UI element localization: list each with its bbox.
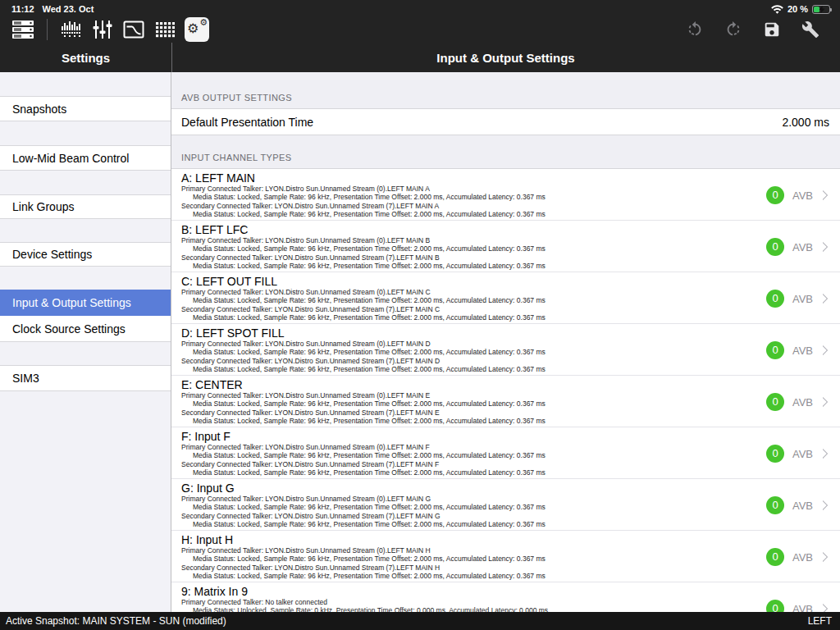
channel-type-label: AVB	[792, 292, 813, 304]
channel-list: A: LEFT MAIN Primary Connected Talker: L…	[171, 168, 840, 612]
channel-detail: Primary Connected Talker: LYON.Distro Su…	[181, 391, 742, 399]
sidebar-item-device-settings[interactable]: Device Settings	[0, 242, 171, 267]
channel-detail: Secondary Connected Talker: LYON.Distro …	[181, 305, 742, 313]
channel-row-c[interactable]: C: LEFT OUT FILL Primary Connected Talke…	[171, 272, 840, 324]
channel-detail: Media Status: Locked, Sample Rate: 96 kH…	[181, 348, 742, 356]
channel-detail: Primary Connected Talker: LYON.Distro Su…	[181, 236, 742, 244]
default-presentation-time-row[interactable]: Default Presentation Time 2.000 ms	[171, 108, 840, 135]
channel-detail: Media Status: Locked, Sample Rate: 96 kH…	[181, 193, 742, 201]
channel-row-f[interactable]: F: Input F Primary Connected Talker: LYO…	[171, 427, 840, 479]
active-snapshot-label: Active Snapshot: MAIN SYSTEM - SUN (modi…	[6, 615, 226, 627]
transfer-curve-icon	[123, 20, 144, 39]
settings-gears-icon: ⚙⚙	[187, 20, 207, 39]
channel-type-label: AVB	[792, 189, 813, 201]
page-title: Input & Output Settings	[171, 43, 840, 72]
channel-detail: Primary Connected Talker: LYON.Distro Su…	[181, 443, 742, 451]
channel-count-badge: 0	[766, 341, 784, 359]
input-output-settings-panel: AVB OUTPUT SETTINGS Default Presentation…	[171, 72, 840, 612]
channel-count-badge: 0	[766, 548, 784, 566]
channel-detail: Media Status: Locked, Sample Rate: 96 kH…	[181, 520, 742, 528]
default-presentation-time-label: Default Presentation Time	[181, 116, 313, 129]
channel-title: F: Input F	[181, 430, 742, 443]
battery-icon	[812, 5, 830, 14]
settings-gears-button[interactable]: ⚙⚙	[185, 17, 209, 42]
wifi-icon	[771, 5, 783, 14]
tools-wrench-button[interactable]	[799, 17, 822, 42]
channel-detail: Secondary Connected Talker: LYON.Distro …	[181, 409, 742, 417]
channel-row-b[interactable]: B: LEFT LFC Primary Connected Talker: LY…	[171, 221, 840, 272]
default-presentation-time-value: 2.000 ms	[782, 116, 829, 129]
channel-title: B: LEFT LFC	[181, 223, 742, 236]
chevron-right-icon	[818, 603, 829, 612]
matrix-grid-button[interactable]	[153, 17, 176, 42]
channel-count-badge: 0	[766, 238, 784, 256]
channel-row-9[interactable]: 9: Matrix In 9 Primary Connected Talker:…	[171, 582, 840, 612]
channel-title: E: CENTER	[181, 378, 742, 391]
channel-count-badge: 0	[766, 600, 784, 613]
chevron-right-icon	[818, 448, 829, 459]
channel-detail: Media Status: Locked, Sample Rate: 96 kH…	[181, 210, 742, 218]
sidebar-spacer	[0, 391, 171, 612]
channel-detail: Media Status: Locked, Sample Rate: 96 kH…	[181, 313, 742, 322]
channel-title: 9: Matrix In 9	[181, 585, 742, 598]
channel-detail: Secondary Connected Talker: LYON.Distro …	[181, 460, 742, 468]
chevron-right-icon	[818, 551, 829, 562]
transfer-curve-button[interactable]	[122, 17, 145, 42]
sidebar-item-sim3[interactable]: SIM3	[0, 365, 171, 391]
save-icon	[763, 21, 781, 39]
spectrum-analyzer-icon	[61, 20, 82, 39]
channel-row-h[interactable]: H: Input H Primary Connected Talker: LYO…	[171, 531, 840, 582]
channel-detail: Media Status: Unlocked, Sample Rate: 0 k…	[181, 606, 742, 612]
chevron-right-icon	[818, 345, 829, 355]
sidebar-spacer	[0, 72, 171, 96]
channel-title: H: Input H	[181, 533, 742, 546]
channel-count-badge: 0	[766, 290, 784, 308]
channel-detail: Media Status: Locked, Sample Rate: 96 kH…	[181, 262, 742, 270]
channel-title: G: Input G	[181, 482, 742, 495]
channel-type-label: AVB	[792, 499, 813, 511]
sidebar-item-snapshots[interactable]: Snapshots	[0, 96, 171, 121]
section-header-input-channel-types: INPUT CHANNEL TYPES	[171, 135, 840, 168]
redo-icon	[724, 21, 742, 39]
matrix-grid-icon	[155, 20, 175, 39]
sidebar-spacer	[0, 171, 171, 194]
sidebar-item-clock-source-settings[interactable]: Clock Source Settings	[0, 316, 171, 342]
channel-detail: Media Status: Locked, Sample Rate: 96 kH…	[181, 296, 742, 304]
battery-percent: 20 %	[788, 4, 808, 14]
sidebar-spacer	[0, 121, 171, 145]
sidebar-item-low-mid-beam-control[interactable]: Low-Mid Beam Control	[0, 145, 171, 171]
toolbar: ⚙⚙	[0, 16, 840, 43]
channel-row-d[interactable]: D: LEFT SPOT FILL Primary Connected Talk…	[171, 324, 840, 376]
redo-button[interactable]	[722, 17, 745, 42]
channel-detail: Secondary Connected Talker: LYON.Distro …	[181, 564, 742, 572]
section-header-avb-output: AVB OUTPUT SETTINGS	[171, 72, 840, 108]
channel-faders-icon	[92, 20, 113, 39]
sidebar-item-link-groups[interactable]: Link Groups	[0, 194, 171, 219]
sidebar-item-input-output-settings[interactable]: Input & Output Settings	[0, 290, 171, 316]
channel-detail: Media Status: Locked, Sample Rate: 96 kH…	[181, 399, 742, 408]
channel-detail: Media Status: Locked, Sample Rate: 96 kH…	[181, 555, 742, 563]
channel-row-e[interactable]: E: CENTER Primary Connected Talker: LYON…	[171, 376, 840, 427]
channel-count-badge: 0	[766, 445, 784, 463]
channel-detail: Media Status: Locked, Sample Rate: 96 kH…	[181, 572, 742, 580]
sidebar-spacer	[0, 219, 171, 242]
devices-rack-button[interactable]	[11, 17, 34, 42]
charging-bolt-icon	[817, 6, 827, 13]
channel-title: A: LEFT MAIN	[181, 171, 742, 185]
channel-type-label: AVB	[792, 395, 813, 408]
channel-detail: Primary Connected Talker: LYON.Distro Su…	[181, 495, 742, 503]
channel-detail: Media Status: Locked, Sample Rate: 96 kH…	[181, 451, 742, 459]
channel-type-label: AVB	[792, 550, 813, 563]
channel-row-a[interactable]: A: LEFT MAIN Primary Connected Talker: L…	[171, 169, 840, 221]
channel-faders-button[interactable]	[91, 17, 114, 42]
spectrum-analyzer-button[interactable]	[60, 17, 83, 42]
channel-count-badge: 0	[766, 393, 784, 411]
channel-detail: Media Status: Locked, Sample Rate: 96 kH…	[181, 503, 742, 511]
channel-detail: Secondary Connected Talker: LYON.Distro …	[181, 202, 742, 210]
save-button[interactable]	[760, 17, 783, 42]
undo-button[interactable]	[683, 17, 706, 42]
channel-type-label: AVB	[792, 344, 813, 356]
channel-type-label: AVB	[792, 447, 813, 459]
channel-row-g[interactable]: G: Input G Primary Connected Talker: LYO…	[171, 479, 840, 531]
channel-detail: Media Status: Locked, Sample Rate: 96 kH…	[181, 365, 742, 373]
